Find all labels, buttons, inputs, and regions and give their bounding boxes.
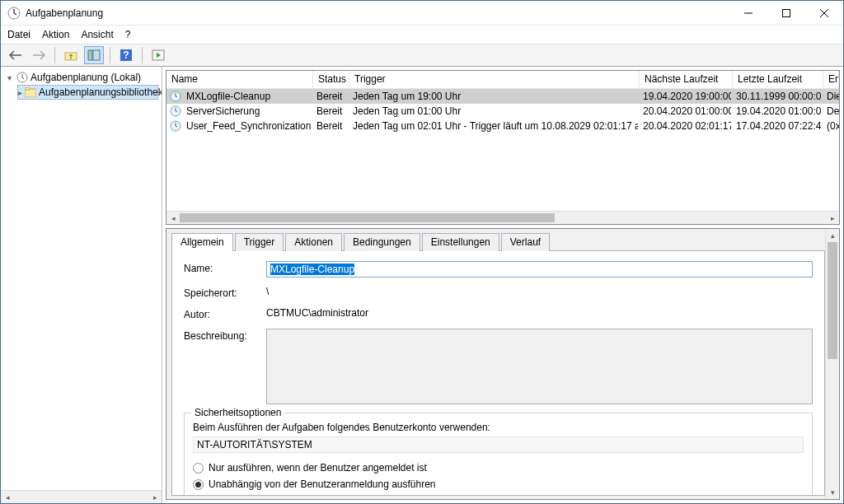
svg-text:?: ?: [123, 49, 129, 61]
col-result[interactable]: Erg: [823, 71, 839, 88]
cell-name: ServerSicherung: [181, 105, 312, 117]
scroll-right-icon[interactable]: ▸: [826, 212, 839, 224]
tree-library[interactable]: ▸ Aufgabenplanungsbibliothek: [17, 85, 158, 100]
security-groupbox: Sicherheitsoptionen Beim Ausführen der A…: [184, 413, 813, 496]
tree-root-label: Aufgabenplanung (Lokal): [30, 72, 141, 83]
cell-trigger: Jeden Tag um 02:01 Uhr - Trigger läuft u…: [348, 120, 638, 132]
description-label: Beschreibung:: [184, 329, 266, 342]
tab-trigger[interactable]: Trigger: [235, 233, 284, 251]
cell-status: Bereit: [312, 120, 348, 132]
radio-icon: [193, 463, 204, 474]
task-row[interactable]: MXLogfile-Cleanup Bereit Jeden Tag um 19…: [166, 89, 839, 104]
detail-pane: Allgemein Trigger Aktionen Bedingungen E…: [166, 228, 840, 500]
cell-result: (0x: [822, 120, 839, 132]
menubar: Datei Aktion Ansicht ?: [1, 26, 843, 44]
menu-help[interactable]: ?: [125, 29, 131, 40]
cell-trigger: Jeden Tag um 19:00 Uhr: [348, 91, 638, 102]
nav-tree[interactable]: ▾ Aufgabenplanung (Lokal) ▸ Aufgabenplan…: [1, 67, 162, 503]
scroll-thumb[interactable]: [180, 213, 555, 222]
scroll-right-icon[interactable]: ▸: [148, 491, 162, 503]
nav-forward-button[interactable]: [29, 46, 49, 64]
task-list: Name Status Trigger Nächste Laufzeit Let…: [166, 70, 840, 225]
security-account-value: NT-AUTORITÄT\SYSTEM: [193, 436, 804, 453]
tree-hscrollbar[interactable]: ◂ ▸: [1, 490, 162, 503]
scroll-left-icon[interactable]: ◂: [166, 212, 180, 224]
toolbar-folder-up-button[interactable]: [61, 46, 81, 64]
location-value: \: [266, 286, 813, 297]
cell-status: Bereit: [312, 105, 348, 117]
tab-general-page: Name: MXLogfile-Cleanup Speicherort: \ A…: [171, 250, 825, 496]
tab-general[interactable]: Allgemein: [171, 233, 233, 251]
menu-action[interactable]: Aktion: [42, 29, 69, 40]
location-label: Speicherort:: [184, 286, 266, 299]
task-row[interactable]: User_Feed_Synchronization... Bereit Jede…: [166, 119, 839, 133]
toolbar-show-hide-button[interactable]: [84, 46, 104, 64]
nav-back-button[interactable]: [6, 46, 26, 64]
task-row[interactable]: ServerSicherung Bereit Jeden Tag um 01:0…: [166, 104, 839, 119]
tree-toggle-icon[interactable]: ▾: [4, 73, 14, 82]
cell-name: MXLogfile-Cleanup: [181, 91, 312, 102]
name-label: Name:: [184, 261, 266, 274]
col-name[interactable]: Name: [166, 71, 313, 88]
scroll-up-icon[interactable]: ▴: [826, 229, 839, 242]
menu-file[interactable]: Datei: [7, 29, 30, 40]
description-input[interactable]: [266, 329, 813, 404]
tree-root[interactable]: ▾ Aufgabenplanung (Lokal): [4, 70, 158, 85]
tab-conditions[interactable]: Bedingungen: [344, 233, 420, 251]
tab-actions[interactable]: Aktionen: [285, 233, 342, 251]
close-button[interactable]: [805, 1, 843, 25]
svg-rect-3: [88, 50, 92, 60]
toolbar-run-button[interactable]: [148, 46, 168, 64]
cell-result: Die: [822, 91, 839, 102]
minimize-button[interactable]: [729, 1, 767, 25]
clock-icon: [16, 72, 28, 83]
col-next[interactable]: Nächste Laufzeit: [640, 71, 733, 88]
folder-icon: [25, 87, 36, 97]
task-list-body[interactable]: MXLogfile-Cleanup Bereit Jeden Tag um 19…: [166, 89, 839, 211]
cell-last: 17.04.2020 07:22:43: [731, 120, 822, 132]
tab-settings[interactable]: Einstellungen: [422, 233, 499, 251]
maximize-button[interactable]: [767, 1, 805, 25]
svg-rect-4: [93, 50, 100, 60]
cell-next: 19.04.2020 19:00:00: [638, 91, 731, 102]
col-last[interactable]: Letzte Laufzeit: [733, 71, 823, 88]
scroll-left-icon[interactable]: ◂: [1, 491, 14, 503]
radio-label: Nur ausführen, wenn der Benutzer angemel…: [209, 462, 427, 474]
author-label: Autor:: [184, 307, 266, 320]
task-name-value: MXLogfile-Cleanup: [270, 264, 354, 275]
cell-last: 19.04.2020 01:00:01: [731, 105, 822, 117]
task-list-header: Name Status Trigger Nächste Laufzeit Let…: [166, 71, 839, 89]
window-title: Aufgabenplanung: [26, 7, 729, 19]
svg-rect-1: [783, 9, 790, 16]
toolbar: ?: [1, 44, 843, 67]
cell-result: De: [822, 105, 839, 117]
scroll-down-icon[interactable]: ▾: [826, 486, 839, 499]
toolbar-help-button[interactable]: ?: [116, 46, 136, 64]
clock-icon: [170, 91, 181, 102]
radio-run-always[interactable]: Unabhängig von der Benutzeranmeldung aus…: [193, 476, 804, 492]
tree-library-label: Aufgabenplanungsbibliothek: [39, 86, 162, 98]
cell-next: 20.04.2020 01:00:00: [638, 105, 731, 117]
menu-view[interactable]: Ansicht: [81, 29, 113, 40]
app-icon: [7, 7, 21, 20]
svg-rect-10: [25, 87, 30, 90]
scroll-thumb[interactable]: [828, 242, 837, 359]
tree-toggle-icon[interactable]: ▸: [18, 88, 22, 97]
cell-trigger: Jeden Tag um 01:00 Uhr: [348, 105, 638, 117]
radio-label: Unabhängig von der Benutzeranmeldung aus…: [209, 478, 436, 490]
cell-next: 20.04.2020 02:01:17: [638, 120, 731, 132]
radio-logged-on-only[interactable]: Nur ausführen, wenn der Benutzer angemel…: [193, 460, 804, 476]
cell-name: User_Feed_Synchronization...: [181, 120, 312, 132]
tab-history[interactable]: Verlauf: [501, 233, 550, 251]
col-trigger[interactable]: Trigger: [349, 71, 640, 88]
radio-icon: [193, 479, 204, 490]
security-account-label: Beim Ausführen der Aufgaben folgendes Be…: [193, 422, 804, 433]
toolbar-separator: [142, 47, 143, 63]
clock-icon: [170, 120, 181, 132]
app-window: Aufgabenplanung Datei Aktion Ansicht ? ?…: [0, 0, 844, 504]
task-name-input[interactable]: MXLogfile-Cleanup: [266, 261, 813, 278]
detail-vscrollbar[interactable]: ▴ ▾: [825, 229, 839, 499]
list-hscrollbar[interactable]: ◂ ▸: [166, 211, 839, 224]
toolbar-separator: [110, 47, 110, 63]
col-status[interactable]: Status: [313, 71, 349, 88]
